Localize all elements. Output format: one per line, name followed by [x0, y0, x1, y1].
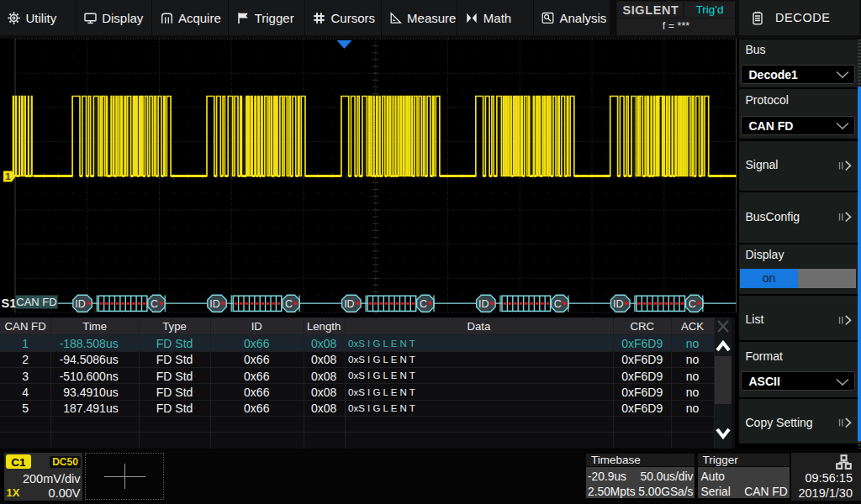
svg-text:C: C — [151, 298, 158, 310]
svg-text:ID: ID — [613, 298, 624, 310]
svg-text:ID: ID — [478, 298, 489, 310]
svg-text:C: C — [689, 298, 696, 310]
svg-text:C: C — [285, 298, 293, 310]
svg-text:S1: S1 — [2, 297, 17, 310]
svg-text:C: C — [554, 298, 562, 310]
svg-text:ID: ID — [344, 298, 355, 310]
svg-text:ID: ID — [75, 298, 86, 310]
svg-text:C: C — [420, 298, 427, 310]
svg-text:ID: ID — [209, 298, 220, 310]
svg-text:CAN FD: CAN FD — [16, 296, 56, 308]
svg-text:1: 1 — [5, 171, 11, 181]
